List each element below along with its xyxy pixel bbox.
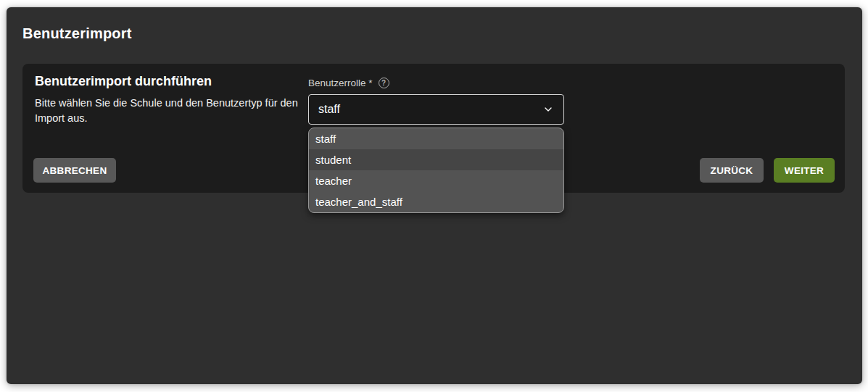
dropdown-option-student[interactable]: student [309, 149, 563, 170]
back-button[interactable]: ZURÜCK [700, 158, 764, 183]
user-role-select[interactable]: staff [308, 94, 564, 125]
dropdown-option-staff[interactable]: staff [309, 128, 563, 149]
page-title: Benutzerimport [22, 25, 132, 42]
card-description: Bitte wählen Sie die Schule und den Benu… [35, 96, 314, 126]
next-button[interactable]: WEITER [774, 158, 835, 183]
dropdown-option-teacher[interactable]: teacher [309, 170, 563, 191]
app-window: Benutzerimport Benutzerimport durchführe… [7, 7, 862, 384]
card-heading: Benutzerimport durchführen [35, 74, 212, 89]
user-role-label: Benutzerrolle * [308, 78, 373, 88]
chevron-down-icon [542, 104, 554, 115]
user-role-selected-value: staff [318, 103, 340, 116]
dropdown-option-teacher-and-staff[interactable]: teacher_and_staff [309, 191, 563, 212]
import-wizard-card: Benutzerimport durchführen Bitte wählen … [22, 64, 845, 193]
help-icon[interactable]: ? [379, 78, 389, 88]
user-role-dropdown: staff student teacher teacher_and_staff [308, 128, 564, 213]
cancel-button[interactable]: ABBRECHEN [33, 158, 116, 183]
user-role-label-row: Benutzerrolle * ? [308, 78, 389, 88]
